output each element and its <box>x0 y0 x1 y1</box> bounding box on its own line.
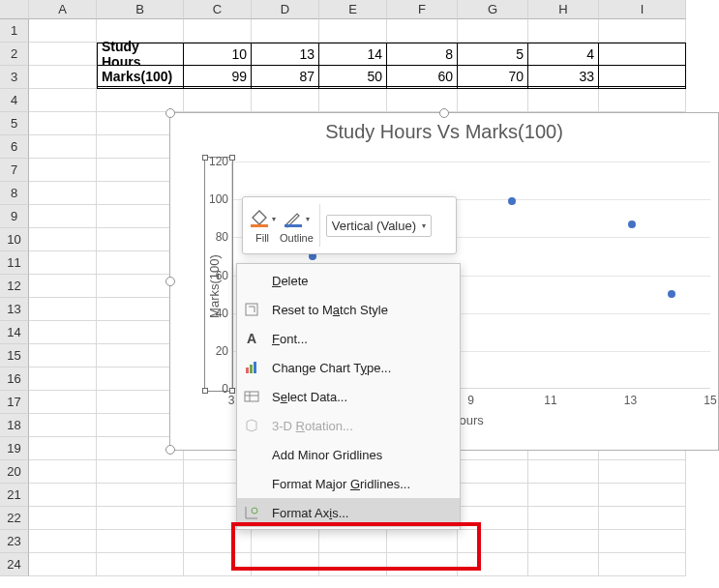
row-header[interactable]: 13 <box>0 298 29 321</box>
cell[interactable] <box>458 484 528 507</box>
cell[interactable] <box>319 89 387 112</box>
data-point[interactable] <box>628 220 636 228</box>
cell[interactable] <box>29 391 97 414</box>
menu-reset-style[interactable]: Reset to Match Style <box>237 295 460 324</box>
cell[interactable] <box>528 553 599 576</box>
menu-delete[interactable]: Delete <box>237 266 460 295</box>
cell[interactable]: 50 <box>319 66 387 89</box>
cell[interactable] <box>29 159 97 182</box>
cell[interactable] <box>29 298 97 321</box>
row-header[interactable]: 6 <box>0 135 29 159</box>
row-header[interactable]: 21 <box>0 484 29 507</box>
row-header[interactable]: 8 <box>0 182 29 205</box>
cell[interactable]: 5 <box>458 43 528 66</box>
cell[interactable] <box>599 553 686 576</box>
cell[interactable] <box>29 507 97 530</box>
menu-select-data[interactable]: Select Data... <box>237 382 460 411</box>
cell[interactable] <box>97 460 184 484</box>
chart-element-selector[interactable]: Vertical (Value) ▾ <box>326 215 432 237</box>
column-header[interactable]: A <box>29 0 97 19</box>
cell[interactable] <box>29 275 97 298</box>
fill-button[interactable]: ▾ Fill <box>249 207 276 244</box>
row-header[interactable]: 1 <box>0 19 29 43</box>
cell[interactable] <box>528 89 599 112</box>
resize-handle[interactable] <box>165 277 175 286</box>
cell[interactable] <box>29 484 97 507</box>
cell[interactable] <box>29 414 97 437</box>
cell[interactable] <box>29 368 97 391</box>
row-header[interactable]: 24 <box>0 553 29 576</box>
column-header[interactable]: B <box>97 0 184 19</box>
cell[interactable] <box>29 251 97 275</box>
cell[interactable]: 10 <box>184 43 252 66</box>
menu-format-major-gridlines[interactable]: Format Major Gridlines... <box>237 469 460 498</box>
cell[interactable] <box>29 135 97 159</box>
resize-handle[interactable] <box>439 108 449 118</box>
cell[interactable] <box>528 19 599 43</box>
cell[interactable]: 4 <box>528 43 599 66</box>
cell[interactable] <box>29 460 97 484</box>
cell[interactable]: Study Hours <box>97 43 184 66</box>
cell[interactable] <box>29 530 97 553</box>
cell[interactable] <box>29 182 97 205</box>
cell[interactable] <box>29 344 97 368</box>
row-header[interactable]: 23 <box>0 530 29 553</box>
column-header[interactable]: E <box>319 0 387 19</box>
cell[interactable] <box>319 19 387 43</box>
cell[interactable] <box>29 553 97 576</box>
data-point[interactable] <box>508 197 516 205</box>
cell[interactable] <box>528 460 599 484</box>
menu-format-axis[interactable]: Format Axis... <box>237 498 460 527</box>
cell[interactable] <box>252 530 319 553</box>
select-all-corner[interactable] <box>0 0 29 19</box>
cell[interactable] <box>599 43 686 66</box>
row-header[interactable]: 14 <box>0 321 29 344</box>
row-header[interactable]: 15 <box>0 344 29 368</box>
chart-title[interactable]: Study Hours Vs Marks(100) <box>170 113 718 147</box>
cell[interactable]: 70 <box>458 66 528 89</box>
cell[interactable] <box>319 553 387 576</box>
row-header[interactable]: 5 <box>0 112 29 135</box>
outline-button[interactable]: ▾ Outline <box>280 207 314 244</box>
cell[interactable] <box>29 19 97 43</box>
row-header[interactable]: 11 <box>0 251 29 275</box>
cell[interactable] <box>599 460 686 484</box>
cell[interactable] <box>184 553 252 576</box>
cell[interactable] <box>599 507 686 530</box>
cell[interactable] <box>387 530 458 553</box>
cell[interactable] <box>252 19 319 43</box>
cell[interactable]: 8 <box>387 43 458 66</box>
cell[interactable] <box>29 228 97 251</box>
cell[interactable] <box>97 507 184 530</box>
row-header[interactable]: 20 <box>0 460 29 484</box>
column-header[interactable]: C <box>184 0 252 19</box>
row-header[interactable]: 7 <box>0 159 29 182</box>
row-header[interactable]: 16 <box>0 368 29 391</box>
column-header[interactable]: I <box>599 0 686 19</box>
cell[interactable] <box>458 507 528 530</box>
cell[interactable] <box>29 205 97 228</box>
cell[interactable] <box>29 89 97 112</box>
column-header[interactable]: F <box>387 0 458 19</box>
row-header[interactable]: 17 <box>0 391 29 414</box>
menu-font[interactable]: A Font... <box>237 324 460 353</box>
row-header[interactable]: 2 <box>0 43 29 66</box>
row-header[interactable]: 3 <box>0 66 29 89</box>
cell[interactable] <box>29 43 97 66</box>
cell[interactable] <box>184 89 252 112</box>
column-header[interactable]: G <box>458 0 528 19</box>
data-point[interactable] <box>668 290 675 298</box>
cell[interactable]: 14 <box>319 43 387 66</box>
cell[interactable] <box>458 553 528 576</box>
cell[interactable] <box>458 530 528 553</box>
row-header[interactable]: 9 <box>0 205 29 228</box>
row-header[interactable]: 22 <box>0 507 29 530</box>
cell[interactable] <box>184 19 252 43</box>
menu-add-minor-gridlines[interactable]: Add Minor Gridlines <box>237 440 460 469</box>
cell[interactable]: Marks(100) <box>97 66 184 89</box>
cell[interactable] <box>528 507 599 530</box>
cell[interactable] <box>29 437 97 460</box>
cell[interactable] <box>29 66 97 89</box>
cell[interactable] <box>387 19 458 43</box>
cell[interactable] <box>252 89 319 112</box>
